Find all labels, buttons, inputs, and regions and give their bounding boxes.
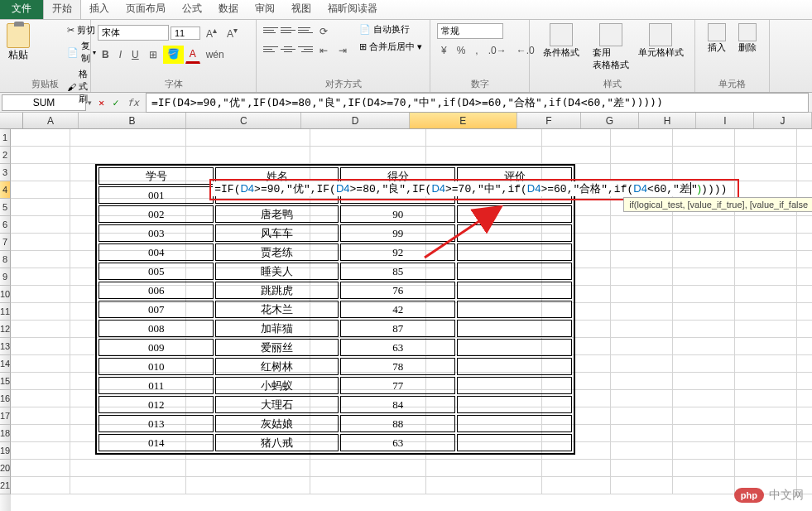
table-cell[interactable]: 014 [98, 434, 214, 451]
table-cell[interactable] [457, 358, 572, 375]
row-header-18[interactable]: 18 [0, 425, 11, 442]
row-header-1[interactable]: 1 [0, 129, 11, 147]
conditional-format-button[interactable]: 条件格式 [536, 23, 586, 71]
table-cell[interactable]: 004 [98, 243, 214, 261]
table-cell[interactable] [457, 339, 572, 356]
table-row[interactable]: 006跳跳虎76 [98, 282, 572, 299]
col-header-C[interactable]: C [186, 113, 301, 128]
table-cell[interactable]: 005 [98, 263, 214, 280]
table-cell[interactable]: 006 [98, 282, 214, 299]
table-cell[interactable]: 78 [340, 358, 455, 375]
table-row[interactable]: 012大理石84 [98, 396, 572, 413]
tab-layout[interactable]: 页面布局 [118, 0, 174, 19]
col-header-F[interactable]: F [517, 113, 581, 128]
col-header-H[interactable]: H [639, 113, 697, 128]
editing-cell-formula[interactable]: =IF(D4>=90,"优",IF(D4>=80,"良",IF(D4>=70,"… [213, 181, 728, 196]
table-row[interactable]: 003风车车99 [98, 224, 572, 242]
col-header-G[interactable]: G [581, 113, 639, 128]
fill-color-button[interactable]: 🪣 [163, 46, 184, 64]
insert-cell-button[interactable]: 插入 [702, 23, 733, 54]
bold-button[interactable]: B [98, 46, 113, 63]
tab-review[interactable]: 审阅 [247, 0, 283, 19]
tab-data[interactable]: 数据 [210, 0, 247, 19]
table-cell[interactable]: 睡美人 [215, 263, 339, 280]
table-cell[interactable]: 红树林 [215, 358, 339, 375]
table-cell[interactable]: 灰姑娘 [215, 415, 339, 432]
table-cell[interactable]: 003 [98, 224, 214, 242]
comma-button[interactable]: , [471, 42, 482, 59]
table-cell[interactable] [457, 301, 572, 318]
cancel-formula-button[interactable]: ✕ [95, 95, 108, 110]
row-header-4[interactable]: 4 [0, 181, 11, 199]
table-cell[interactable]: 加菲猫 [215, 320, 339, 337]
table-row[interactable]: 011小蚂蚁77 [98, 377, 572, 394]
table-cell[interactable]: 001 [98, 186, 214, 204]
underline-button[interactable]: U [127, 46, 143, 63]
tab-file[interactable]: 文件 [0, 0, 43, 19]
row-header-7[interactable]: 7 [0, 234, 11, 251]
table-cell[interactable] [457, 396, 572, 413]
row-header-19[interactable]: 19 [0, 442, 11, 460]
decrease-indent-button[interactable]: ⇤ [315, 42, 332, 59]
align-middle-button[interactable] [281, 23, 295, 36]
table-cell[interactable]: 63 [340, 339, 455, 356]
table-cell[interactable]: 42 [340, 301, 455, 318]
table-row[interactable]: 014猪八戒63 [98, 434, 572, 451]
tab-home[interactable]: 开始 [43, 0, 81, 19]
row-header-14[interactable]: 14 [0, 355, 11, 373]
table-cell[interactable]: 90 [340, 205, 455, 223]
table-cell[interactable]: 小蚂蚁 [215, 377, 339, 394]
row-header-20[interactable]: 20 [0, 460, 11, 477]
table-cell[interactable] [457, 415, 572, 432]
table-row[interactable]: 013灰姑娘88 [98, 415, 572, 432]
row-header-5[interactable]: 5 [0, 199, 11, 216]
row-header-3[interactable]: 3 [0, 164, 11, 181]
table-format-button[interactable]: 套用 表格格式 [586, 23, 636, 71]
increase-indent-button[interactable]: ⇥ [334, 42, 351, 59]
select-all-corner[interactable] [0, 113, 23, 128]
tab-formula[interactable]: 公式 [174, 0, 210, 19]
row-header-8[interactable]: 8 [0, 251, 11, 268]
col-header-D[interactable]: D [301, 113, 409, 128]
col-header-I[interactable]: I [696, 113, 754, 128]
italic-button[interactable]: I [115, 46, 126, 63]
tab-foxit[interactable]: 福昕阅读器 [320, 0, 386, 19]
table-cell[interactable] [457, 205, 572, 223]
table-cell[interactable]: 贾老练 [215, 243, 339, 261]
paste-button[interactable]: 粘贴 [7, 23, 30, 106]
border-button[interactable]: ⊞ [145, 46, 161, 63]
table-cell[interactable]: 007 [98, 301, 214, 318]
decrease-font-button[interactable]: A▾ [223, 23, 242, 42]
table-cell[interactable]: 大理石 [215, 396, 339, 413]
row-header-13[interactable]: 13 [0, 338, 11, 355]
table-cell[interactable] [457, 243, 572, 261]
table-cell[interactable]: 84 [340, 396, 455, 413]
table-cell[interactable]: 爱丽丝 [215, 339, 339, 356]
font-color-button[interactable]: A [185, 46, 200, 64]
delete-cell-button[interactable]: 删除 [733, 23, 763, 54]
fx-button[interactable]: fx [123, 95, 142, 110]
table-cell[interactable]: 猪八戒 [215, 434, 339, 451]
table-cell[interactable]: 008 [98, 320, 214, 337]
table-cell[interactable]: 011 [98, 377, 214, 394]
cell-style-button[interactable]: 单元格样式 [636, 23, 685, 71]
table-cell[interactable]: 76 [340, 282, 455, 299]
orientation-button[interactable]: ⟳ [315, 23, 332, 40]
row-header-6[interactable]: 6 [0, 216, 11, 234]
currency-button[interactable]: ¥ [437, 42, 451, 59]
table-cell[interactable] [457, 377, 572, 394]
table-cell[interactable]: 85 [340, 263, 455, 280]
table-cell[interactable]: 009 [98, 339, 214, 356]
table-cell[interactable] [457, 434, 572, 451]
row-header-15[interactable]: 15 [0, 373, 11, 390]
row-header-17[interactable]: 17 [0, 407, 11, 425]
increase-decimal-button[interactable]: .0→ [484, 42, 511, 59]
align-left-button[interactable] [263, 42, 278, 55]
table-cell[interactable]: 013 [98, 415, 214, 432]
align-center-button[interactable] [281, 42, 295, 55]
table-cell[interactable]: 63 [340, 434, 455, 451]
table-row[interactable]: 004贾老练92 [98, 243, 572, 261]
table-cell[interactable]: 012 [98, 396, 214, 413]
align-bottom-button[interactable] [298, 23, 313, 36]
wrap-text-button[interactable]: 📄 自动换行 [359, 23, 422, 36]
